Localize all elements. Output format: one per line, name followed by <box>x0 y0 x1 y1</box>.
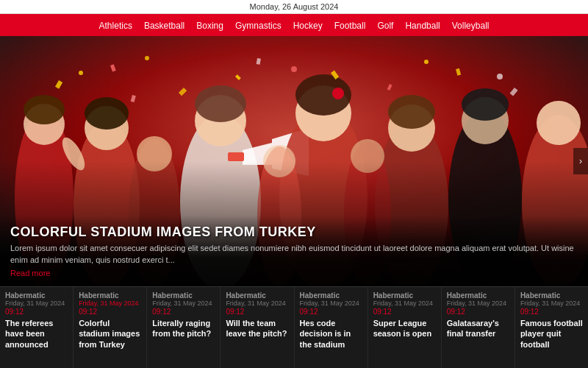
nav-item-athletics[interactable]: Athletics <box>99 21 132 31</box>
hero-description: Lorem ipsum dolor sit amet consecuer adi… <box>10 243 578 266</box>
news-headline: Famous football player quit football <box>520 318 583 350</box>
nav-item-handball[interactable]: Handball <box>405 21 440 31</box>
news-time: 09:12 <box>447 308 509 316</box>
hero-next-arrow[interactable]: › <box>573 148 588 174</box>
news-card[interactable]: HabermaticFriday, 31 May 202409:12Super … <box>368 287 442 368</box>
news-card[interactable]: HabermaticFriday, 31 May 202409:12Galata… <box>442 287 515 368</box>
news-date: Friday, 31 May 2024 <box>152 300 215 307</box>
news-headline: Literally raging from the pitch? <box>152 318 215 339</box>
news-card[interactable]: HabermaticFriday, 31 May 202409:12The re… <box>0 287 74 368</box>
news-time: 09:12 <box>226 308 288 316</box>
news-headline: Super League season is open <box>373 318 436 339</box>
hero-readmore-link[interactable]: Read more <box>10 269 50 277</box>
news-brand: Habermatic <box>300 291 362 300</box>
nav-item-football[interactable]: Football <box>334 21 366 31</box>
nav-item-basketball[interactable]: Basketball <box>144 21 184 31</box>
hero-section: COLORFUL STADIUM IMAGES FROM TURKEY Lore… <box>0 36 588 286</box>
news-card[interactable]: HabermaticFriday, 31 May 202409:12Will t… <box>220 287 294 368</box>
nav-item-boxing[interactable]: Boxing <box>196 21 223 31</box>
top-bar: Monday, 26 August 2024 <box>0 0 588 14</box>
news-date: Friday, 31 May 2024 <box>300 300 362 307</box>
news-brand: Habermatic <box>152 291 215 300</box>
news-brand: Habermatic <box>226 291 288 300</box>
nav-item-volleyball[interactable]: Volleyball <box>452 21 490 31</box>
news-headline: Will the team leave the pitch? <box>226 318 288 339</box>
news-date: Friday, 31 May 2024 <box>373 300 436 307</box>
news-date: Friday, 31 May 2024 <box>5 300 68 307</box>
news-headline: Hes code decision is in the stadium <box>300 318 362 350</box>
news-card[interactable]: HabermaticFriday, 31 May 202409:12Colorf… <box>74 287 147 368</box>
news-brand: Habermatic <box>5 291 68 300</box>
hero-title: COLORFUL STADIUM IMAGES FROM TURKEY <box>10 224 578 240</box>
news-card[interactable]: HabermaticFriday, 31 May 202409:12Litera… <box>147 287 220 368</box>
news-time: 09:12 <box>152 308 215 316</box>
news-time: 09:12 <box>79 308 141 316</box>
nav-item-gymnastics[interactable]: Gymnastics <box>235 21 282 31</box>
news-time: 09:12 <box>373 308 436 316</box>
news-brand: Habermatic <box>520 291 583 300</box>
news-headline: Galatasaray's final transfer <box>447 318 509 339</box>
news-time: 09:12 <box>5 308 68 316</box>
nav-item-hockey[interactable]: Hockey <box>293 21 323 31</box>
news-brand: Habermatic <box>447 291 509 300</box>
news-card[interactable]: HabermaticFriday, 31 May 202409:12Hes co… <box>295 287 368 368</box>
news-date: Friday, 31 May 2024 <box>226 300 288 307</box>
news-brand: Habermatic <box>373 291 436 300</box>
news-headline: Colorful stadium images from Turkey <box>79 318 141 350</box>
nav-item-golf[interactable]: Golf <box>377 21 393 31</box>
news-brand: Habermatic <box>79 291 141 300</box>
current-date: Monday, 26 August 2024 <box>250 2 339 11</box>
news-date: Friday, 31 May 2024 <box>79 300 141 307</box>
news-date: Friday, 31 May 2024 <box>520 300 583 307</box>
news-time: 09:12 <box>520 308 583 316</box>
main-nav: AthleticsBasketballBoxingGymnasticsHocke… <box>0 14 588 36</box>
hero-overlay: COLORFUL STADIUM IMAGES FROM TURKEY Lore… <box>0 216 588 286</box>
news-headline: The referees have been announced <box>5 318 68 350</box>
news-date: Friday, 31 May 2024 <box>447 300 509 307</box>
news-card[interactable]: HabermaticFriday, 31 May 202409:12Famous… <box>515 287 588 368</box>
news-row: HabermaticFriday, 31 May 202409:12The re… <box>0 286 588 368</box>
news-time: 09:12 <box>300 308 362 316</box>
